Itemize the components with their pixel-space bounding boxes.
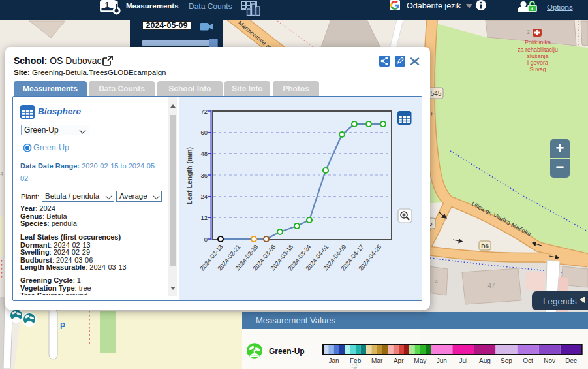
svg-text:24: 24 xyxy=(200,193,208,200)
svg-text:Jun: Jun xyxy=(437,357,447,364)
svg-text:4: 4 xyxy=(0,170,3,177)
svg-text:Jul: Jul xyxy=(459,357,468,364)
svg-text:Oct: Oct xyxy=(523,357,533,364)
svg-text:Poliklinika: Poliklinika xyxy=(525,39,551,46)
svg-text:Dec: Dec xyxy=(565,357,577,364)
svg-text:36: 36 xyxy=(200,172,208,179)
svg-text:Feb: Feb xyxy=(350,357,362,364)
svg-text:60: 60 xyxy=(200,129,208,136)
svg-text:72: 72 xyxy=(200,108,208,115)
svg-text:Apr: Apr xyxy=(394,357,404,364)
svg-text:Leaf Length (mm): Leaf Length (mm) xyxy=(185,147,193,204)
svg-text:Sep: Sep xyxy=(501,357,512,364)
svg-text:47: 47 xyxy=(487,282,495,289)
svg-text:545: 545 xyxy=(431,90,442,97)
svg-text:4: 4 xyxy=(435,278,438,285)
svg-text:↑: ↑ xyxy=(430,110,433,118)
svg-text:Mar: Mar xyxy=(371,357,383,364)
svg-text:Jan: Jan xyxy=(328,357,339,364)
svg-text:za rehabilitaciju: za rehabilitaciju xyxy=(518,46,558,53)
svg-text:i govora: i govora xyxy=(527,59,548,66)
svg-text:0: 0 xyxy=(204,236,208,243)
svg-text:slušanja: slušanja xyxy=(527,53,548,59)
svg-text:P: P xyxy=(60,321,65,330)
svg-text:May: May xyxy=(414,357,426,364)
svg-text:D6: D6 xyxy=(481,243,489,249)
svg-text:Nov: Nov xyxy=(544,357,555,364)
svg-text:12: 12 xyxy=(200,214,208,221)
svg-text:Suvag: Suvag xyxy=(529,66,546,72)
svg-text:2: 2 xyxy=(527,29,530,35)
svg-text:Aug: Aug xyxy=(479,357,491,364)
svg-text:48: 48 xyxy=(200,150,208,157)
svg-text:1: 1 xyxy=(104,0,109,10)
